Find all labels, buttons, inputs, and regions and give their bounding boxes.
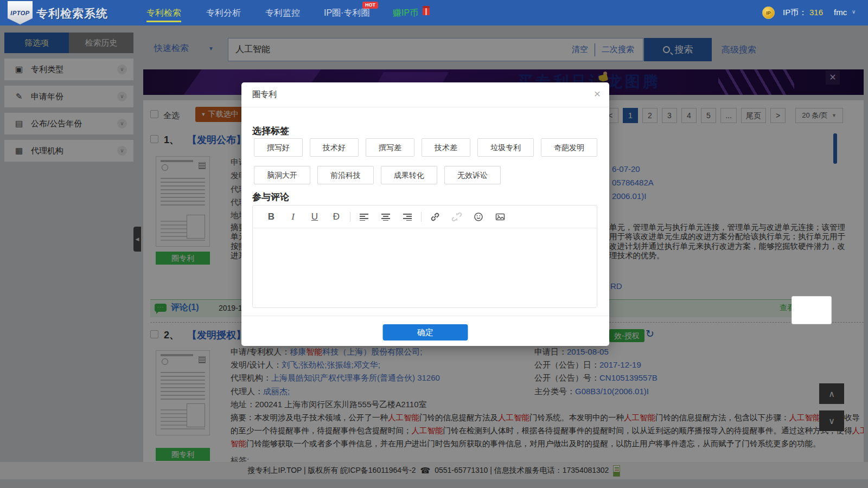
comment-editor: B I U Đ — [252, 205, 597, 308]
nav-patent-monitor[interactable]: 专利监控 — [265, 0, 300, 25]
gift-icon — [423, 8, 430, 15]
tag-odd-invention[interactable]: 奇葩发明 — [541, 138, 597, 157]
floating-widget[interactable] — [792, 296, 832, 324]
strikethrough-icon[interactable]: Đ — [326, 211, 347, 222]
tag-row-2: 脑洞大开 前沿科技 成果转化 无效诉讼 — [254, 166, 501, 184]
underline-icon[interactable]: U — [304, 211, 326, 222]
emoji-icon[interactable] — [468, 211, 489, 222]
coin-text: IP — [766, 10, 771, 16]
top-navbar: IPTOP 专利检索系统 专利检索 专利分析 专利监控 IP圈·专利圈 HOT … — [0, 0, 868, 25]
circle-patent-modal: 圈专利 × 选择标签 撰写好 技术好 撰写差 技术差 垃圾专利 奇葩发明 脑洞大… — [241, 82, 609, 346]
modal-divider — [241, 107, 609, 107]
tag-frontier-tech[interactable]: 前沿科技 — [317, 166, 374, 184]
nav-patent-search[interactable]: 专利检索 — [146, 0, 181, 25]
link-icon[interactable] — [424, 211, 446, 222]
logo-text: IPTOP — [10, 10, 29, 16]
tag-commercialization[interactable]: 成果转化 — [381, 166, 437, 184]
align-center-icon[interactable] — [375, 213, 397, 221]
select-tags-heading: 选择标签 — [252, 125, 289, 137]
toolbar-divider — [421, 212, 422, 222]
comment-heading: 参与评论 — [252, 191, 289, 203]
iptop-logo[interactable]: IPTOP — [8, 1, 33, 24]
tag-row-1: 撰写好 技术好 撰写差 技术差 垃圾专利 奇葩发明 — [254, 138, 597, 157]
hot-badge: HOT — [362, 2, 378, 9]
close-icon[interactable]: × — [594, 87, 601, 100]
modal-title: 圈专利 — [252, 89, 277, 100]
toolbar-divider — [350, 212, 350, 222]
username[interactable]: fmc — [834, 8, 847, 17]
bold-icon[interactable]: B — [260, 211, 282, 222]
user-chevron-down-icon[interactable]: ∨ — [852, 9, 856, 15]
ip-coin-label: IP币： — [783, 8, 807, 18]
unlink-icon[interactable] — [446, 211, 468, 222]
nav-patent-analysis[interactable]: 专利分析 — [206, 0, 241, 25]
confirm-button[interactable]: 确定 — [383, 324, 468, 341]
italic-icon[interactable]: I — [282, 211, 304, 222]
ip-coin-icon: IP — [762, 7, 775, 19]
tag-creative[interactable]: 脑洞大开 — [254, 166, 310, 184]
align-left-icon[interactable] — [353, 213, 375, 221]
tag-bad-tech[interactable]: 技术差 — [422, 138, 470, 157]
comment-textarea[interactable] — [253, 228, 597, 307]
tag-poorly-written[interactable]: 撰写差 — [366, 138, 414, 157]
ip-coin-value: 316 — [809, 8, 823, 17]
tag-good-tech[interactable]: 技术好 — [310, 138, 359, 157]
editor-toolbar: B I U Đ — [253, 206, 597, 228]
tag-well-written[interactable]: 撰写好 — [254, 138, 303, 157]
align-right-icon[interactable] — [397, 213, 418, 221]
app-title: 专利检索系统 — [36, 6, 108, 21]
tag-invalid-litigation[interactable]: 无效诉讼 — [444, 166, 501, 184]
tag-junk-patent[interactable]: 垃圾专利 — [477, 138, 534, 157]
modal-divider — [241, 316, 609, 316]
image-icon[interactable] — [489, 211, 511, 222]
nav-earn-ip-coin[interactable]: 赚IP币 — [393, 0, 418, 25]
